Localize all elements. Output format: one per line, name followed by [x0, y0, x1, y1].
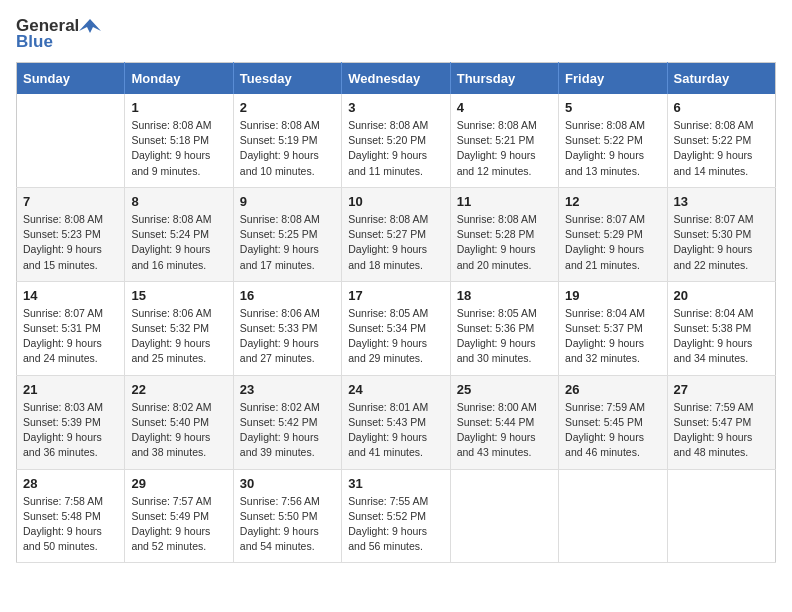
- cell-info: Sunrise: 8:04 AM Sunset: 5:37 PM Dayligh…: [565, 306, 660, 367]
- cell-info: Sunrise: 8:08 AM Sunset: 5:25 PM Dayligh…: [240, 212, 335, 273]
- calendar-cell: 17Sunrise: 8:05 AM Sunset: 5:34 PM Dayli…: [342, 281, 450, 375]
- calendar-cell: 23Sunrise: 8:02 AM Sunset: 5:42 PM Dayli…: [233, 375, 341, 469]
- day-number: 13: [674, 194, 769, 209]
- calendar-cell: 14Sunrise: 8:07 AM Sunset: 5:31 PM Dayli…: [17, 281, 125, 375]
- weekday-header-thursday: Thursday: [450, 63, 558, 95]
- calendar-cell: 1Sunrise: 8:08 AM Sunset: 5:18 PM Daylig…: [125, 94, 233, 187]
- calendar-cell: 7Sunrise: 8:08 AM Sunset: 5:23 PM Daylig…: [17, 187, 125, 281]
- calendar-body: 1Sunrise: 8:08 AM Sunset: 5:18 PM Daylig…: [17, 94, 776, 563]
- calendar-cell: 4Sunrise: 8:08 AM Sunset: 5:21 PM Daylig…: [450, 94, 558, 187]
- calendar-cell: 2Sunrise: 8:08 AM Sunset: 5:19 PM Daylig…: [233, 94, 341, 187]
- calendar-cell: 20Sunrise: 8:04 AM Sunset: 5:38 PM Dayli…: [667, 281, 775, 375]
- calendar-cell: 13Sunrise: 8:07 AM Sunset: 5:30 PM Dayli…: [667, 187, 775, 281]
- cell-info: Sunrise: 7:58 AM Sunset: 5:48 PM Dayligh…: [23, 494, 118, 555]
- day-number: 26: [565, 382, 660, 397]
- cell-info: Sunrise: 8:08 AM Sunset: 5:22 PM Dayligh…: [565, 118, 660, 179]
- calendar-week-4: 21Sunrise: 8:03 AM Sunset: 5:39 PM Dayli…: [17, 375, 776, 469]
- cell-info: Sunrise: 8:08 AM Sunset: 5:22 PM Dayligh…: [674, 118, 769, 179]
- day-number: 24: [348, 382, 443, 397]
- calendar-table: SundayMondayTuesdayWednesdayThursdayFrid…: [16, 62, 776, 563]
- day-number: 1: [131, 100, 226, 115]
- day-number: 9: [240, 194, 335, 209]
- cell-info: Sunrise: 8:00 AM Sunset: 5:44 PM Dayligh…: [457, 400, 552, 461]
- calendar-cell: [17, 94, 125, 187]
- calendar-cell: 5Sunrise: 8:08 AM Sunset: 5:22 PM Daylig…: [559, 94, 667, 187]
- weekday-header-saturday: Saturday: [667, 63, 775, 95]
- calendar-cell: 28Sunrise: 7:58 AM Sunset: 5:48 PM Dayli…: [17, 469, 125, 563]
- day-number: 30: [240, 476, 335, 491]
- cell-info: Sunrise: 8:01 AM Sunset: 5:43 PM Dayligh…: [348, 400, 443, 461]
- calendar-cell: 31Sunrise: 7:55 AM Sunset: 5:52 PM Dayli…: [342, 469, 450, 563]
- calendar-cell: 16Sunrise: 8:06 AM Sunset: 5:33 PM Dayli…: [233, 281, 341, 375]
- day-number: 29: [131, 476, 226, 491]
- calendar-header: SundayMondayTuesdayWednesdayThursdayFrid…: [17, 63, 776, 95]
- weekday-header-sunday: Sunday: [17, 63, 125, 95]
- logo-blue-text: Blue: [16, 32, 53, 52]
- calendar-cell: 26Sunrise: 7:59 AM Sunset: 5:45 PM Dayli…: [559, 375, 667, 469]
- day-number: 20: [674, 288, 769, 303]
- cell-info: Sunrise: 8:07 AM Sunset: 5:31 PM Dayligh…: [23, 306, 118, 367]
- cell-info: Sunrise: 8:08 AM Sunset: 5:23 PM Dayligh…: [23, 212, 118, 273]
- day-number: 10: [348, 194, 443, 209]
- day-number: 8: [131, 194, 226, 209]
- day-number: 3: [348, 100, 443, 115]
- cell-info: Sunrise: 8:03 AM Sunset: 5:39 PM Dayligh…: [23, 400, 118, 461]
- cell-info: Sunrise: 8:05 AM Sunset: 5:36 PM Dayligh…: [457, 306, 552, 367]
- calendar-cell: 21Sunrise: 8:03 AM Sunset: 5:39 PM Dayli…: [17, 375, 125, 469]
- cell-info: Sunrise: 7:55 AM Sunset: 5:52 PM Dayligh…: [348, 494, 443, 555]
- day-number: 7: [23, 194, 118, 209]
- day-number: 28: [23, 476, 118, 491]
- cell-info: Sunrise: 8:07 AM Sunset: 5:29 PM Dayligh…: [565, 212, 660, 273]
- calendar-cell: 29Sunrise: 7:57 AM Sunset: 5:49 PM Dayli…: [125, 469, 233, 563]
- calendar-cell: 12Sunrise: 8:07 AM Sunset: 5:29 PM Dayli…: [559, 187, 667, 281]
- calendar-cell: 3Sunrise: 8:08 AM Sunset: 5:20 PM Daylig…: [342, 94, 450, 187]
- calendar-cell: 19Sunrise: 8:04 AM Sunset: 5:37 PM Dayli…: [559, 281, 667, 375]
- cell-info: Sunrise: 8:08 AM Sunset: 5:27 PM Dayligh…: [348, 212, 443, 273]
- day-number: 6: [674, 100, 769, 115]
- day-number: 5: [565, 100, 660, 115]
- calendar-week-1: 1Sunrise: 8:08 AM Sunset: 5:18 PM Daylig…: [17, 94, 776, 187]
- day-number: 22: [131, 382, 226, 397]
- calendar-cell: 22Sunrise: 8:02 AM Sunset: 5:40 PM Dayli…: [125, 375, 233, 469]
- cell-info: Sunrise: 8:08 AM Sunset: 5:21 PM Dayligh…: [457, 118, 552, 179]
- calendar-cell: 6Sunrise: 8:08 AM Sunset: 5:22 PM Daylig…: [667, 94, 775, 187]
- cell-info: Sunrise: 8:04 AM Sunset: 5:38 PM Dayligh…: [674, 306, 769, 367]
- day-number: 16: [240, 288, 335, 303]
- page-header: General Blue: [16, 16, 776, 52]
- weekday-header-wednesday: Wednesday: [342, 63, 450, 95]
- logo-bird-icon: [79, 17, 101, 35]
- weekday-header-tuesday: Tuesday: [233, 63, 341, 95]
- day-number: 17: [348, 288, 443, 303]
- calendar-cell: 18Sunrise: 8:05 AM Sunset: 5:36 PM Dayli…: [450, 281, 558, 375]
- calendar-cell: 9Sunrise: 8:08 AM Sunset: 5:25 PM Daylig…: [233, 187, 341, 281]
- day-number: 11: [457, 194, 552, 209]
- calendar-cell: 11Sunrise: 8:08 AM Sunset: 5:28 PM Dayli…: [450, 187, 558, 281]
- cell-info: Sunrise: 7:59 AM Sunset: 5:45 PM Dayligh…: [565, 400, 660, 461]
- calendar-cell: [450, 469, 558, 563]
- calendar-cell: 8Sunrise: 8:08 AM Sunset: 5:24 PM Daylig…: [125, 187, 233, 281]
- cell-info: Sunrise: 8:06 AM Sunset: 5:32 PM Dayligh…: [131, 306, 226, 367]
- calendar-cell: [559, 469, 667, 563]
- day-number: 15: [131, 288, 226, 303]
- calendar-cell: 27Sunrise: 7:59 AM Sunset: 5:47 PM Dayli…: [667, 375, 775, 469]
- day-number: 21: [23, 382, 118, 397]
- cell-info: Sunrise: 8:08 AM Sunset: 5:19 PM Dayligh…: [240, 118, 335, 179]
- cell-info: Sunrise: 8:08 AM Sunset: 5:18 PM Dayligh…: [131, 118, 226, 179]
- calendar-week-5: 28Sunrise: 7:58 AM Sunset: 5:48 PM Dayli…: [17, 469, 776, 563]
- cell-info: Sunrise: 8:08 AM Sunset: 5:24 PM Dayligh…: [131, 212, 226, 273]
- calendar-week-2: 7Sunrise: 8:08 AM Sunset: 5:23 PM Daylig…: [17, 187, 776, 281]
- day-number: 23: [240, 382, 335, 397]
- cell-info: Sunrise: 8:05 AM Sunset: 5:34 PM Dayligh…: [348, 306, 443, 367]
- cell-info: Sunrise: 8:02 AM Sunset: 5:40 PM Dayligh…: [131, 400, 226, 461]
- weekday-header-monday: Monday: [125, 63, 233, 95]
- day-number: 18: [457, 288, 552, 303]
- logo: General Blue: [16, 16, 101, 52]
- day-number: 2: [240, 100, 335, 115]
- calendar-week-3: 14Sunrise: 8:07 AM Sunset: 5:31 PM Dayli…: [17, 281, 776, 375]
- cell-info: Sunrise: 8:02 AM Sunset: 5:42 PM Dayligh…: [240, 400, 335, 461]
- day-number: 4: [457, 100, 552, 115]
- day-number: 14: [23, 288, 118, 303]
- day-number: 31: [348, 476, 443, 491]
- day-number: 19: [565, 288, 660, 303]
- cell-info: Sunrise: 7:57 AM Sunset: 5:49 PM Dayligh…: [131, 494, 226, 555]
